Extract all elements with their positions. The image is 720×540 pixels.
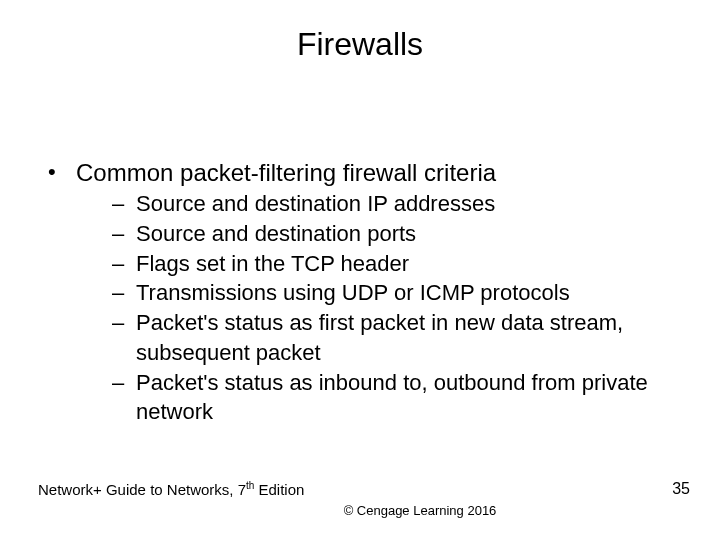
list-item: –Packet's status as first packet in new … bbox=[112, 308, 672, 367]
list-item-text: Source and destination IP addresses bbox=[136, 189, 672, 219]
list-item-text: Packet's status as first packet in new d… bbox=[136, 308, 672, 367]
book-title-post: Edition bbox=[254, 481, 304, 498]
dash-icon: – bbox=[112, 249, 136, 279]
level1-text: Common packet-filtering firewall criteri… bbox=[76, 157, 496, 189]
level1-bullet: • Common packet-filtering firewall crite… bbox=[48, 157, 672, 427]
footer-page-number: 35 bbox=[672, 480, 690, 498]
list-item-text: Flags set in the TCP header bbox=[136, 249, 672, 279]
dash-icon: – bbox=[112, 189, 136, 219]
list-item: –Source and destination IP addresses bbox=[112, 189, 672, 219]
list-item-text: Transmissions using UDP or ICMP protocol… bbox=[136, 278, 672, 308]
bullet-dot-icon: • bbox=[48, 157, 76, 189]
list-item: –Flags set in the TCP header bbox=[112, 249, 672, 279]
slide-body: • Common packet-filtering firewall crite… bbox=[0, 63, 720, 427]
dash-icon: – bbox=[112, 368, 136, 427]
list-item-text: Source and destination ports bbox=[136, 219, 672, 249]
slide: Firewalls • Common packet-filtering fire… bbox=[0, 0, 720, 540]
slide-footer: Network+ Guide to Networks, 7th Edition … bbox=[0, 480, 720, 520]
list-item-text: Packet's status as inbound to, outbound … bbox=[136, 368, 672, 427]
list-item: –Packet's status as inbound to, outbound… bbox=[112, 368, 672, 427]
dash-icon: – bbox=[112, 219, 136, 249]
list-item: –Source and destination ports bbox=[112, 219, 672, 249]
footer-copyright: © Cengage Learning 2016 bbox=[0, 503, 720, 518]
slide-title: Firewalls bbox=[0, 0, 720, 63]
list-item: –Transmissions using UDP or ICMP protoco… bbox=[112, 278, 672, 308]
bullet-row: • Common packet-filtering firewall crite… bbox=[48, 157, 672, 189]
book-title-pre: Network+ Guide to Networks, 7 bbox=[38, 481, 246, 498]
level2-list: –Source and destination IP addresses –So… bbox=[48, 189, 672, 427]
dash-icon: – bbox=[112, 278, 136, 308]
footer-left: Network+ Guide to Networks, 7th Edition bbox=[38, 480, 304, 498]
dash-icon: – bbox=[112, 308, 136, 367]
